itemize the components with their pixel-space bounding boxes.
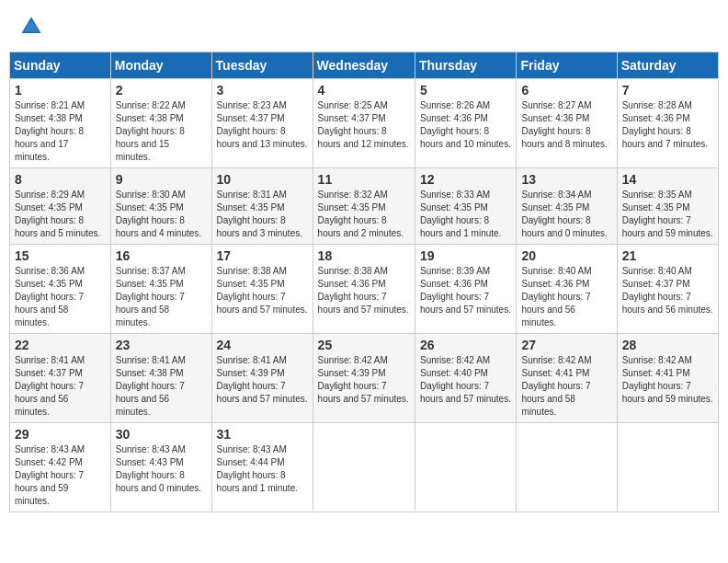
calendar-cell: 14 Sunrise: 8:35 AM Sunset: 4:35 PM Dayl… [617, 168, 718, 245]
day-info: Sunrise: 8:22 AM Sunset: 4:38 PM Dayligh… [116, 99, 207, 164]
day-number: 14 [622, 172, 713, 187]
calendar-cell: 4 Sunrise: 8:25 AM Sunset: 4:37 PM Dayli… [313, 79, 415, 168]
day-number: 24 [217, 338, 308, 352]
day-info: Sunrise: 8:42 AM Sunset: 4:41 PM Dayligh… [521, 354, 611, 419]
calendar-cell: 1 Sunrise: 8:21 AM Sunset: 4:38 PM Dayli… [10, 79, 111, 168]
day-info: Sunrise: 8:36 AM Sunset: 4:35 PM Dayligh… [15, 265, 106, 329]
day-info: Sunrise: 8:40 AM Sunset: 4:37 PM Dayligh… [622, 265, 713, 316]
day-number: 12 [420, 172, 511, 187]
day-number: 31 [217, 427, 308, 442]
calendar-cell: 11 Sunrise: 8:32 AM Sunset: 4:35 PM Dayl… [313, 168, 415, 245]
weekday-header: Thursday [415, 52, 516, 79]
day-number: 3 [217, 83, 308, 98]
day-number: 13 [521, 172, 611, 187]
day-number: 17 [217, 248, 308, 263]
calendar-cell: 23 Sunrise: 8:41 AM Sunset: 4:38 PM Dayl… [110, 334, 211, 423]
day-number: 8 [15, 172, 106, 187]
day-number: 4 [318, 83, 410, 98]
day-info: Sunrise: 8:42 AM Sunset: 4:40 PM Dayligh… [420, 354, 511, 406]
day-info: Sunrise: 8:26 AM Sunset: 4:36 PM Dayligh… [420, 99, 511, 151]
weekday-header: Monday [110, 52, 211, 79]
calendar-cell: 26 Sunrise: 8:42 AM Sunset: 4:40 PM Dayl… [415, 334, 516, 423]
day-info: Sunrise: 8:27 AM Sunset: 4:36 PM Dayligh… [521, 99, 611, 151]
day-info: Sunrise: 8:41 AM Sunset: 4:37 PM Dayligh… [15, 354, 106, 419]
calendar-cell: 13 Sunrise: 8:34 AM Sunset: 4:35 PM Dayl… [517, 168, 617, 245]
logo [18, 14, 48, 40]
calendar-cell: 24 Sunrise: 8:41 AM Sunset: 4:39 PM Dayl… [211, 334, 313, 423]
day-info: Sunrise: 8:30 AM Sunset: 4:35 PM Dayligh… [116, 189, 207, 240]
calendar-cell: 27 Sunrise: 8:42 AM Sunset: 4:41 PM Dayl… [517, 334, 617, 423]
calendar-cell: 22 Sunrise: 8:41 AM Sunset: 4:37 PM Dayl… [10, 334, 111, 423]
calendar-cell: 25 Sunrise: 8:42 AM Sunset: 4:39 PM Dayl… [313, 334, 415, 423]
day-info: Sunrise: 8:32 AM Sunset: 4:35 PM Dayligh… [318, 189, 410, 240]
day-info: Sunrise: 8:35 AM Sunset: 4:35 PM Dayligh… [622, 189, 713, 240]
page-header [9, 9, 719, 44]
day-number: 21 [622, 248, 713, 263]
calendar-row: 22 Sunrise: 8:41 AM Sunset: 4:37 PM Dayl… [10, 334, 719, 423]
day-number: 16 [116, 248, 207, 263]
day-info: Sunrise: 8:23 AM Sunset: 4:37 PM Dayligh… [217, 99, 308, 151]
day-info: Sunrise: 8:38 AM Sunset: 4:35 PM Dayligh… [217, 265, 308, 316]
day-info: Sunrise: 8:33 AM Sunset: 4:35 PM Dayligh… [420, 189, 511, 240]
calendar-cell [617, 423, 718, 512]
day-number: 6 [521, 83, 611, 98]
day-info: Sunrise: 8:38 AM Sunset: 4:36 PM Dayligh… [318, 265, 410, 316]
day-info: Sunrise: 8:42 AM Sunset: 4:41 PM Dayligh… [622, 354, 713, 406]
logo-icon [18, 14, 44, 40]
day-number: 9 [116, 172, 207, 187]
day-info: Sunrise: 8:41 AM Sunset: 4:38 PM Dayligh… [116, 354, 207, 419]
calendar-cell: 17 Sunrise: 8:38 AM Sunset: 4:35 PM Dayl… [211, 245, 313, 334]
calendar-body: 1 Sunrise: 8:21 AM Sunset: 4:38 PM Dayli… [10, 79, 719, 512]
day-info: Sunrise: 8:39 AM Sunset: 4:36 PM Dayligh… [420, 265, 511, 316]
day-info: Sunrise: 8:37 AM Sunset: 4:35 PM Dayligh… [116, 265, 207, 329]
day-number: 29 [15, 427, 106, 442]
day-number: 10 [217, 172, 308, 187]
day-info: Sunrise: 8:29 AM Sunset: 4:35 PM Dayligh… [15, 189, 106, 240]
calendar-cell [517, 423, 617, 512]
day-number: 30 [116, 427, 207, 442]
calendar-cell: 5 Sunrise: 8:26 AM Sunset: 4:36 PM Dayli… [415, 79, 516, 168]
calendar-cell: 15 Sunrise: 8:36 AM Sunset: 4:35 PM Dayl… [10, 245, 111, 334]
day-info: Sunrise: 8:25 AM Sunset: 4:37 PM Dayligh… [318, 99, 410, 151]
calendar-cell: 3 Sunrise: 8:23 AM Sunset: 4:37 PM Dayli… [211, 79, 313, 168]
day-number: 20 [521, 248, 611, 263]
day-info: Sunrise: 8:43 AM Sunset: 4:42 PM Dayligh… [15, 443, 106, 508]
day-number: 7 [622, 83, 713, 98]
calendar-cell: 28 Sunrise: 8:42 AM Sunset: 4:41 PM Dayl… [617, 334, 718, 423]
calendar-cell: 6 Sunrise: 8:27 AM Sunset: 4:36 PM Dayli… [517, 79, 617, 168]
day-number: 28 [622, 338, 713, 352]
calendar-table: SundayMondayTuesdayWednesdayThursdayFrid… [9, 52, 719, 512]
day-number: 25 [318, 338, 410, 352]
day-number: 15 [15, 248, 106, 263]
calendar-cell: 31 Sunrise: 8:43 AM Sunset: 4:44 PM Dayl… [211, 423, 313, 512]
calendar-cell: 7 Sunrise: 8:28 AM Sunset: 4:36 PM Dayli… [617, 79, 718, 168]
day-info: Sunrise: 8:31 AM Sunset: 4:35 PM Dayligh… [217, 189, 308, 240]
calendar-cell: 9 Sunrise: 8:30 AM Sunset: 4:35 PM Dayli… [110, 168, 211, 245]
day-number: 11 [318, 172, 410, 187]
day-info: Sunrise: 8:43 AM Sunset: 4:43 PM Dayligh… [116, 443, 207, 495]
calendar-cell: 16 Sunrise: 8:37 AM Sunset: 4:35 PM Dayl… [110, 245, 211, 334]
weekday-header: Friday [517, 52, 617, 79]
weekday-header: Wednesday [313, 52, 415, 79]
calendar-cell: 29 Sunrise: 8:43 AM Sunset: 4:42 PM Dayl… [10, 423, 111, 512]
calendar-cell: 12 Sunrise: 8:33 AM Sunset: 4:35 PM Dayl… [415, 168, 516, 245]
day-number: 27 [521, 338, 611, 352]
weekday-header: Saturday [617, 52, 718, 79]
day-number: 18 [318, 248, 410, 263]
calendar-cell [313, 423, 415, 512]
calendar-cell: 20 Sunrise: 8:40 AM Sunset: 4:36 PM Dayl… [517, 245, 617, 334]
day-number: 26 [420, 338, 511, 352]
calendar-cell: 30 Sunrise: 8:43 AM Sunset: 4:43 PM Dayl… [110, 423, 211, 512]
day-info: Sunrise: 8:42 AM Sunset: 4:39 PM Dayligh… [318, 354, 410, 406]
calendar-row: 8 Sunrise: 8:29 AM Sunset: 4:35 PM Dayli… [10, 168, 719, 245]
calendar-row: 1 Sunrise: 8:21 AM Sunset: 4:38 PM Dayli… [10, 79, 719, 168]
weekday-header: Sunday [10, 52, 111, 79]
calendar-cell: 2 Sunrise: 8:22 AM Sunset: 4:38 PM Dayli… [110, 79, 211, 168]
day-info: Sunrise: 8:41 AM Sunset: 4:39 PM Dayligh… [217, 354, 308, 406]
day-number: 19 [420, 248, 511, 263]
day-info: Sunrise: 8:40 AM Sunset: 4:36 PM Dayligh… [521, 265, 611, 329]
day-number: 23 [116, 338, 207, 352]
calendar-header-row: SundayMondayTuesdayWednesdayThursdayFrid… [10, 52, 719, 79]
calendar-cell: 21 Sunrise: 8:40 AM Sunset: 4:37 PM Dayl… [617, 245, 718, 334]
calendar-cell: 8 Sunrise: 8:29 AM Sunset: 4:35 PM Dayli… [10, 168, 111, 245]
